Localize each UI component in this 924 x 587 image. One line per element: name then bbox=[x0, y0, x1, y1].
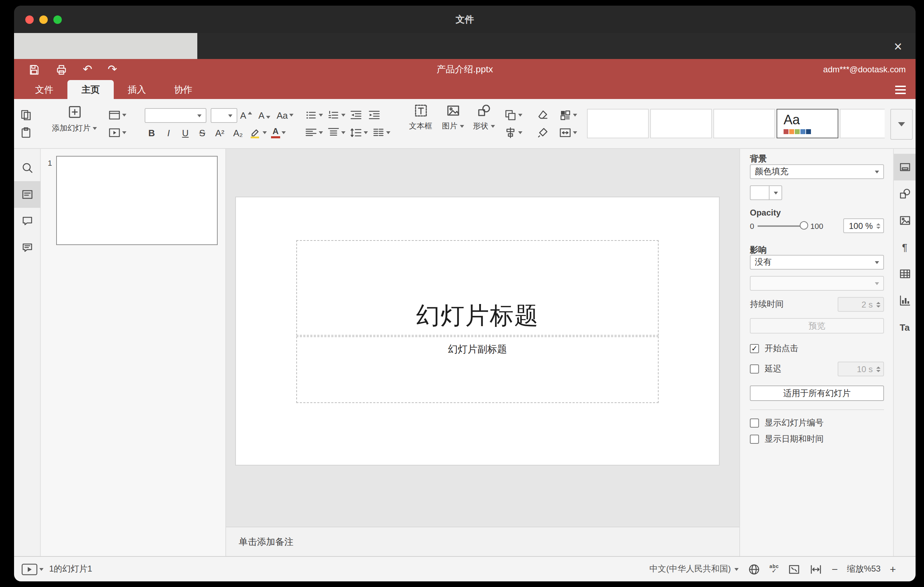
vertical-align-button[interactable] bbox=[327, 125, 345, 140]
line-spacing-button[interactable] bbox=[350, 125, 368, 140]
fit-width-icon[interactable] bbox=[810, 563, 823, 575]
tab-file[interactable]: 文件 bbox=[21, 80, 68, 99]
increase-indent-button[interactable] bbox=[368, 107, 381, 123]
bold-button[interactable]: B bbox=[145, 125, 159, 140]
increase-font-button[interactable]: A bbox=[240, 107, 252, 123]
copy-button[interactable] bbox=[20, 107, 32, 123]
thumbnails-tab[interactable] bbox=[14, 181, 41, 208]
effect-type-select[interactable] bbox=[750, 276, 884, 291]
fill-color-picker[interactable] bbox=[750, 185, 782, 200]
zoom-in-button[interactable]: + bbox=[889, 563, 896, 575]
chevron-down-icon bbox=[875, 261, 879, 264]
tab-home[interactable]: 主页 bbox=[68, 80, 114, 99]
copy-style-button[interactable] bbox=[536, 125, 549, 140]
tab-insert[interactable]: 插入 bbox=[114, 80, 160, 99]
duration-spinner[interactable]: 2 s bbox=[838, 297, 884, 312]
bullet-list-button[interactable] bbox=[305, 107, 323, 123]
close-icon[interactable]: × bbox=[889, 37, 907, 56]
theme-option[interactable] bbox=[840, 109, 885, 139]
comments-tab[interactable] bbox=[14, 208, 41, 234]
theme-option[interactable] bbox=[713, 109, 775, 139]
align-objects-button[interactable] bbox=[504, 125, 522, 140]
chevron-down-icon bbox=[490, 125, 495, 127]
start-slideshow-button[interactable] bbox=[108, 125, 126, 140]
numbered-list-button[interactable] bbox=[327, 107, 345, 123]
apply-to-all-button[interactable]: 适用于所有幻灯片 bbox=[750, 386, 884, 401]
theme-option[interactable] bbox=[650, 109, 712, 139]
change-case-button[interactable]: Aa bbox=[277, 107, 294, 123]
effect-select[interactable]: 没有 bbox=[750, 255, 884, 270]
columns-button[interactable] bbox=[372, 125, 390, 140]
underline-button[interactable]: U bbox=[178, 125, 192, 140]
slide-size-button[interactable] bbox=[559, 125, 577, 140]
superscript-button[interactable]: A² bbox=[212, 125, 228, 140]
strikethrough-button[interactable]: S bbox=[195, 125, 209, 140]
decrease-font-button[interactable]: A bbox=[258, 107, 270, 123]
font-color-button[interactable]: A bbox=[271, 125, 286, 140]
insert-image-button[interactable]: 图片 bbox=[438, 103, 468, 131]
zoom-window-button[interactable] bbox=[53, 15, 62, 24]
slide-layout-button[interactable] bbox=[108, 107, 126, 123]
slide-settings-tab[interactable] bbox=[894, 154, 916, 180]
globe-icon[interactable] bbox=[748, 563, 761, 575]
arrange-button[interactable] bbox=[504, 107, 522, 123]
textart-settings-tab[interactable]: Ta bbox=[894, 314, 916, 341]
start-slideshow-status-button[interactable] bbox=[21, 561, 43, 577]
grow-font-glyph: A bbox=[240, 110, 246, 120]
slide-title-placeholder[interactable]: 幻灯片标题 bbox=[296, 240, 658, 336]
chart-settings-tab[interactable] bbox=[894, 287, 916, 314]
chevron-up-icon bbox=[248, 112, 252, 114]
opacity-slider-knob[interactable] bbox=[800, 221, 808, 229]
language-select[interactable]: 中文(中华人民共和国) bbox=[650, 561, 739, 577]
toolbar: 添加幻灯片 A A Aa B I U S A² A₂ A bbox=[14, 99, 916, 149]
tab-collaboration[interactable]: 协作 bbox=[160, 80, 206, 99]
add-slide-button[interactable]: 添加幻灯片 bbox=[42, 105, 107, 134]
italic-button[interactable]: I bbox=[162, 125, 175, 140]
menu-icon[interactable] bbox=[895, 86, 906, 94]
opacity-slider[interactable] bbox=[757, 225, 807, 226]
spellcheck-button[interactable]: abc✓ bbox=[769, 564, 779, 574]
shape-settings-tab[interactable] bbox=[894, 180, 916, 207]
delay-checkbox[interactable] bbox=[750, 364, 759, 374]
opacity-spinner[interactable]: 100 % bbox=[843, 218, 884, 233]
slide-thumbnail[interactable] bbox=[56, 156, 218, 245]
theme-option-selected[interactable]: Aa bbox=[777, 109, 838, 139]
insert-textbox-button[interactable]: 文本框 bbox=[404, 103, 437, 131]
search-button[interactable] bbox=[14, 155, 41, 181]
font-size-select[interactable] bbox=[211, 108, 237, 123]
insert-shape-button[interactable]: 形状 bbox=[469, 103, 498, 131]
paragraph-settings-tab[interactable]: ¶ bbox=[894, 234, 916, 261]
check-icon: ✓ bbox=[772, 568, 777, 574]
close-window-button[interactable] bbox=[25, 15, 34, 24]
shrink-font-glyph: A bbox=[258, 110, 264, 120]
theme-option[interactable] bbox=[587, 109, 649, 139]
slide-subtitle-placeholder[interactable]: 幻灯片副标题 bbox=[296, 336, 658, 403]
gallery-expand-button[interactable] bbox=[890, 109, 913, 140]
zoom-level: 缩放%53 bbox=[847, 563, 881, 575]
delay-value: 10 s bbox=[857, 364, 873, 374]
image-settings-tab[interactable] bbox=[894, 207, 916, 234]
preview-button[interactable]: 预览 bbox=[750, 318, 884, 333]
zoom-out-button[interactable]: − bbox=[832, 563, 838, 575]
fit-slide-icon[interactable] bbox=[788, 563, 801, 575]
italic-glyph: I bbox=[167, 127, 170, 138]
color-scheme-button[interactable] bbox=[559, 107, 577, 123]
minimize-window-button[interactable] bbox=[39, 15, 48, 24]
subscript-button[interactable]: A₂ bbox=[230, 125, 246, 140]
notes-area[interactable]: 单击添加备注 bbox=[226, 527, 739, 556]
document-title: 产品介绍.pptx bbox=[14, 63, 916, 76]
table-settings-tab[interactable] bbox=[894, 261, 916, 287]
delay-spinner[interactable]: 10 s bbox=[838, 362, 884, 376]
slide-canvas[interactable]: 幻灯片标题 幻灯片副标题 bbox=[236, 197, 719, 465]
chat-tab[interactable] bbox=[14, 234, 41, 261]
font-name-select[interactable] bbox=[145, 108, 206, 123]
show-slide-number-checkbox[interactable] bbox=[750, 419, 759, 428]
horizontal-align-button[interactable] bbox=[305, 125, 323, 140]
show-date-checkbox[interactable] bbox=[750, 435, 759, 444]
clear-style-button[interactable] bbox=[536, 107, 549, 123]
highlight-color-button[interactable] bbox=[249, 125, 267, 140]
paste-button[interactable] bbox=[20, 125, 32, 140]
fill-type-select[interactable]: 颜色填充 bbox=[750, 164, 884, 179]
start-click-checkbox[interactable]: ✓ bbox=[750, 344, 759, 353]
decrease-indent-button[interactable] bbox=[350, 107, 362, 123]
